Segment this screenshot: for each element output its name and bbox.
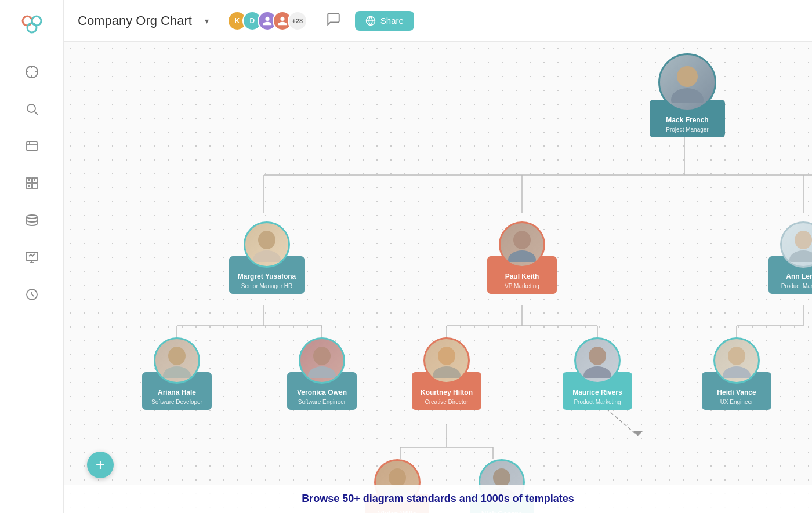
page-title: Company Org Chart xyxy=(78,13,192,28)
svg-point-61 xyxy=(438,347,455,365)
sidebar-item-navigate[interactable] xyxy=(21,61,42,82)
svg-line-9 xyxy=(34,112,38,115)
svg-point-63 xyxy=(589,347,606,365)
svg-point-54 xyxy=(508,250,536,262)
org-node-ariana[interactable]: Ariana Hale Software Developer xyxy=(142,337,212,410)
svg-marker-48 xyxy=(633,431,643,436)
sidebar-item-files[interactable] xyxy=(21,136,42,157)
svg-point-66 xyxy=(723,366,751,378)
node-photo-margret xyxy=(244,221,290,268)
node-role-ann: Product Manager xyxy=(774,283,812,289)
share-button[interactable]: Share xyxy=(355,11,414,31)
node-photo-mack xyxy=(658,53,716,111)
sidebar xyxy=(0,0,64,513)
header: Company Org Chart ▾ K D +28 xyxy=(64,0,812,42)
svg-point-2 xyxy=(27,23,37,32)
sidebar-item-search[interactable] xyxy=(21,99,42,119)
node-photo-ariana xyxy=(154,337,200,384)
canvas[interactable]: Mack French Project Manager Margret Yusa… xyxy=(64,42,812,513)
node-role-paul: VP Marketing xyxy=(493,283,551,289)
svg-point-20 xyxy=(27,215,37,219)
svg-point-62 xyxy=(433,366,461,378)
svg-rect-10 xyxy=(27,141,37,151)
node-photo-paul xyxy=(499,221,545,268)
node-name-maurice: Maurice Rivers xyxy=(568,388,626,398)
org-node-margret[interactable]: Margret Yusafona Senior Manager HR xyxy=(229,221,304,294)
node-role-mack: Project Manager xyxy=(655,126,719,133)
svg-point-58 xyxy=(163,366,191,378)
node-role-ariana: Software Developer xyxy=(148,399,206,405)
node-name-mack: Mack French xyxy=(655,116,719,125)
main-content: Company Org Chart ▾ K D +28 xyxy=(64,0,812,513)
org-node-root[interactable]: Mack French Project Manager xyxy=(650,53,725,137)
org-node-kourtney[interactable]: Kourtney Hilton Creative Director xyxy=(412,337,481,410)
org-node-veronica[interactable]: Veronica Owen Software Engineer xyxy=(287,337,357,410)
svg-point-59 xyxy=(313,347,331,365)
svg-point-49 xyxy=(677,66,698,87)
svg-point-64 xyxy=(583,366,611,378)
avatar-more[interactable]: +28 xyxy=(288,11,307,31)
node-name-veronica: Veronica Owen xyxy=(293,388,351,398)
sidebar-item-database[interactable] xyxy=(21,210,42,231)
title-dropdown-icon[interactable]: ▾ xyxy=(205,16,209,26)
svg-point-53 xyxy=(513,231,531,249)
node-photo-veronica xyxy=(299,337,345,384)
node-role-veronica: Software Engineer xyxy=(293,399,351,405)
node-name-ann: Ann Leroy xyxy=(774,272,812,282)
svg-rect-16 xyxy=(32,184,37,188)
node-role-heidi: UX Engineer xyxy=(708,399,766,405)
svg-point-52 xyxy=(253,250,281,262)
logo[interactable] xyxy=(18,9,46,39)
svg-point-56 xyxy=(789,250,812,262)
sidebar-item-history[interactable] xyxy=(21,284,42,305)
node-role-kourtney: Creative Director xyxy=(418,399,476,405)
org-node-ann[interactable]: Ann Leroy Product Manager xyxy=(768,221,812,294)
svg-point-57 xyxy=(168,347,186,365)
sidebar-item-present[interactable] xyxy=(21,247,42,268)
plus-button[interactable]: + xyxy=(87,452,114,478)
org-node-paul[interactable]: Paul Keith VP Marketing xyxy=(487,221,557,294)
node-photo-maurice xyxy=(574,337,621,384)
node-name-heidi: Heidi Vance xyxy=(708,388,766,398)
node-name-kourtney: Kourtney Hilton xyxy=(418,388,476,398)
browse-templates-banner[interactable]: Browse 50+ diagram standards and 1000s o… xyxy=(64,485,812,513)
sidebar-item-shapes[interactable] xyxy=(21,173,42,194)
node-name-ariana: Ariana Hale xyxy=(148,388,206,398)
svg-point-60 xyxy=(308,366,336,378)
svg-point-55 xyxy=(795,231,812,249)
node-name-paul: Paul Keith xyxy=(493,272,551,282)
node-role-maurice: Product Marketing xyxy=(568,399,626,405)
node-role-margret: Senior Manager HR xyxy=(235,283,299,289)
org-node-maurice[interactable]: Maurice Rivers Product Marketing xyxy=(563,337,632,410)
svg-point-51 xyxy=(258,231,276,249)
svg-point-65 xyxy=(728,347,745,365)
collaborators-list: K D +28 xyxy=(227,11,307,31)
node-photo-heidi xyxy=(713,337,760,384)
node-photo-kourtney xyxy=(423,337,470,384)
app-container: Company Org Chart ▾ K D +28 xyxy=(0,0,812,513)
svg-point-50 xyxy=(671,88,704,103)
org-node-heidi[interactable]: Heidi Vance UX Engineer xyxy=(702,337,771,410)
svg-point-8 xyxy=(27,104,35,112)
comments-icon[interactable] xyxy=(326,12,341,30)
node-name-margret: Margret Yusafona xyxy=(235,272,299,282)
